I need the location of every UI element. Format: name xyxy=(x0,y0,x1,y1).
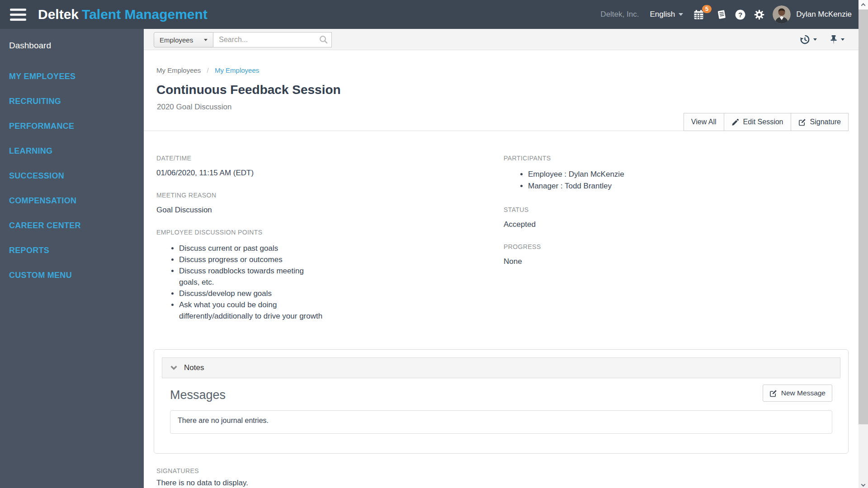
status-section: STATUS Accepted xyxy=(504,206,859,229)
signature-button[interactable]: Signature xyxy=(791,113,849,131)
language-selector[interactable]: English xyxy=(650,10,683,19)
sidebar-item-my-employees[interactable]: MY EMPLOYEES xyxy=(0,64,144,89)
sidebar-item-label[interactable]: PERFORMANCE xyxy=(0,122,83,131)
history-button[interactable] xyxy=(800,34,817,45)
menu-icon[interactable] xyxy=(10,6,26,23)
brand-light: Talent Management xyxy=(82,7,208,22)
pencil-icon xyxy=(731,118,739,126)
chevron-up-icon xyxy=(861,3,866,8)
progress-section: PROGRESS None xyxy=(504,243,859,266)
company-name: Deltek, Inc. xyxy=(600,10,639,19)
top-navbar: DeltekTalent Management Deltek, Inc. Eng… xyxy=(0,0,868,29)
signatures-empty-state: There is no data to display. xyxy=(156,479,859,488)
band-actions xyxy=(800,29,844,50)
sidebar-item-career-center[interactable]: CAREER CENTER xyxy=(0,213,144,238)
sidebar-item-label[interactable]: COMPENSATION xyxy=(0,196,85,206)
language-label: English xyxy=(650,10,675,19)
page-subtitle: 2020 Goal Discussion xyxy=(157,103,231,112)
sidebar-item-reports[interactable]: REPORTS xyxy=(0,238,144,263)
app-logo[interactable]: DeltekTalent Management xyxy=(38,7,208,22)
messages-heading: Messages xyxy=(170,388,832,402)
breadcrumb-separator: / xyxy=(207,66,209,74)
view-all-label: View All xyxy=(691,118,717,126)
new-message-button[interactable]: New Message xyxy=(763,385,832,402)
sidebar-item-custom-menu[interactable]: CUSTOM MENU xyxy=(0,263,144,288)
avatar[interactable] xyxy=(773,5,791,23)
sidebar-item-label[interactable]: REPORTS xyxy=(0,246,58,255)
sidebar-item-dashboard[interactable]: Dashboard xyxy=(0,29,144,51)
sidebar-item-label[interactable]: MY EMPLOYEES xyxy=(0,72,85,81)
edit-icon xyxy=(798,118,806,126)
calendar-button[interactable]: 5 xyxy=(693,9,704,20)
session-details: DATE/TIME 01/06/2020, 11:15 AM (EDT) MEE… xyxy=(144,131,859,336)
edit-session-button[interactable]: Edit Session xyxy=(724,113,791,131)
journal-icon xyxy=(716,9,727,20)
search-category-dropdown[interactable]: Employees xyxy=(154,32,213,47)
chevron-down-icon xyxy=(170,364,178,372)
view-all-button[interactable]: View All xyxy=(684,113,724,131)
breadcrumb-current-link[interactable]: My Employees xyxy=(215,66,259,74)
status-value: Accepted xyxy=(504,220,859,229)
notes-collapse-header[interactable]: Notes xyxy=(162,357,840,378)
discussion-points-label: EMPLOYEE DISCUSSION POINTS xyxy=(156,229,504,236)
list-item: Discuss progress or outcomes xyxy=(179,254,325,265)
list-item: Discuss current or past goals xyxy=(179,243,325,254)
pin-button[interactable] xyxy=(830,35,844,45)
participants-label: PARTICIPANTS xyxy=(504,155,859,162)
vertical-scrollbar[interactable] xyxy=(859,0,868,488)
sidebar-item-performance[interactable]: PERFORMANCE xyxy=(0,114,144,139)
status-label: STATUS xyxy=(504,206,859,213)
sidebar-item-compensation[interactable]: COMPENSATION xyxy=(0,188,144,213)
search-category-label: Employees xyxy=(160,36,193,44)
sidebar-item-learning[interactable]: LEARNING xyxy=(0,139,144,164)
user-name[interactable]: Dylan McKenzie xyxy=(796,10,852,19)
sidebar-item-label[interactable]: RECRUITING xyxy=(0,97,70,106)
messages-empty-state: There are no journal entries. xyxy=(170,410,832,434)
sidebar-item-label[interactable]: SUCCESSION xyxy=(0,171,73,181)
datetime-section: DATE/TIME 01/06/2020, 11:15 AM (EDT) xyxy=(156,155,504,178)
chevron-down-icon xyxy=(861,482,866,487)
main-content: My Employees / My Employees Continuous F… xyxy=(144,50,859,488)
list-item: Employee : Dylan McKenzie xyxy=(528,169,859,180)
datetime-label: DATE/TIME xyxy=(156,155,504,162)
search-icon[interactable] xyxy=(319,35,328,44)
discussion-points-list: Discuss current or past goals Discuss pr… xyxy=(156,243,325,322)
progress-label: PROGRESS xyxy=(504,243,859,250)
search-input[interactable] xyxy=(213,32,332,47)
scrollbar-thumb[interactable] xyxy=(859,9,868,424)
search-group: Employees xyxy=(154,32,332,47)
meeting-reason-section: MEETING REASON Goal Discussion xyxy=(156,192,504,215)
discussion-points-section: EMPLOYEE DISCUSSION POINTS Discuss curre… xyxy=(156,229,504,322)
edit-session-label: Edit Session xyxy=(743,118,783,126)
gear-icon xyxy=(754,9,765,20)
edit-icon xyxy=(769,389,777,397)
breadcrumb: My Employees / My Employees xyxy=(156,66,259,74)
history-icon xyxy=(800,34,810,45)
breadcrumb-parent: My Employees xyxy=(156,66,201,74)
participants-section: PARTICIPANTS Employee : Dylan McKenzie M… xyxy=(504,155,859,192)
journal-button[interactable] xyxy=(716,9,727,20)
sidebar-item-succession[interactable]: SUCCESSION xyxy=(0,164,144,188)
list-item: Discuss roadblocks towards meeting goals… xyxy=(179,265,325,288)
caret-down-icon xyxy=(204,39,208,41)
sidebar-menu: MY EMPLOYEES RECRUITING PERFORMANCE LEAR… xyxy=(0,64,144,288)
caret-down-icon xyxy=(841,38,844,41)
notes-panel: Notes Messages New Message There are no … xyxy=(154,349,849,454)
scroll-up-button[interactable] xyxy=(859,0,868,9)
notification-badge: 5 xyxy=(702,5,712,13)
sidebar: Dashboard MY EMPLOYEES RECRUITING PERFOR… xyxy=(0,29,144,488)
help-icon: ? xyxy=(735,9,746,20)
brand-bold: Deltek xyxy=(38,7,79,22)
progress-value: None xyxy=(504,257,859,266)
list-item: Manager : Todd Brantley xyxy=(528,180,859,192)
signatures-label: SIGNATURES xyxy=(156,467,859,474)
sidebar-item-label[interactable]: CUSTOM MENU xyxy=(0,271,81,280)
help-button[interactable]: ? xyxy=(735,9,746,20)
sidebar-item-label[interactable]: LEARNING xyxy=(0,146,61,156)
sidebar-item-label[interactable]: CAREER CENTER xyxy=(0,221,90,230)
participants-list: Employee : Dylan McKenzie Manager : Todd… xyxy=(504,169,859,192)
scroll-down-button[interactable] xyxy=(859,483,868,487)
caret-down-icon xyxy=(679,13,683,16)
sidebar-item-recruiting[interactable]: RECRUITING xyxy=(0,89,144,114)
settings-button[interactable] xyxy=(754,9,765,20)
